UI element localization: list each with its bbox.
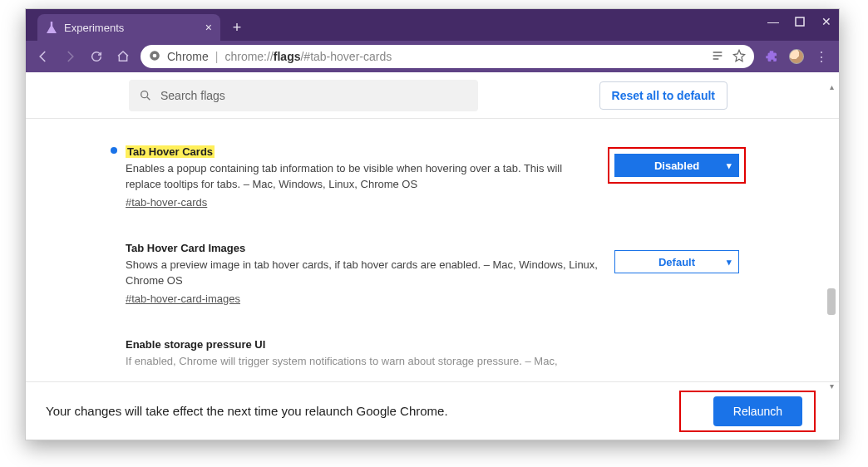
- flag-dropdown[interactable]: Default: [614, 240, 739, 307]
- maximize-icon[interactable]: [792, 14, 807, 29]
- relaunch-button[interactable]: Relaunch: [713, 396, 802, 426]
- svg-point-2: [153, 53, 157, 57]
- flag-title: Tab Hover Cards: [126, 145, 215, 158]
- flag-anchor[interactable]: #tab-hover-card-images: [126, 291, 240, 307]
- flag-storage-pressure: Enable storage pressure UI If enabled, C…: [126, 328, 739, 369]
- flag-anchor[interactable]: #tab-hover-cards: [126, 194, 207, 211]
- flag-tab-hover-cards: Tab Hover Cards Enables a popup containi…: [126, 135, 739, 232]
- flag-title: Tab Hover Card Images: [126, 242, 245, 254]
- relaunch-message: Your changes will take effect the next t…: [46, 404, 448, 418]
- flags-topbar: Search flags Reset all to default: [26, 72, 839, 119]
- extensions-icon[interactable]: [762, 47, 781, 66]
- flag-desc: Shows a preview image in tab hover cards…: [126, 258, 598, 288]
- scroll-up-icon[interactable]: ▴: [826, 81, 837, 92]
- flag-desc: If enabled, Chrome will trigger system n…: [126, 355, 558, 367]
- omnibox[interactable]: Chrome | chrome://flags/#tab-hover-cards: [141, 45, 754, 68]
- reset-all-button[interactable]: Reset all to default: [599, 81, 727, 110]
- reader-icon[interactable]: [711, 49, 724, 65]
- flag-dropdown-value[interactable]: Default: [614, 250, 739, 273]
- minimize-icon[interactable]: ―: [766, 14, 781, 29]
- search-icon: [139, 89, 152, 102]
- flag-dropdown-value[interactable]: Disabled: [614, 154, 739, 177]
- url-prefix: Chrome: [167, 50, 209, 63]
- search-placeholder: Search flags: [160, 89, 225, 102]
- new-tab-button[interactable]: +: [225, 16, 249, 39]
- svg-rect-0: [796, 17, 804, 26]
- back-button[interactable]: [34, 47, 52, 66]
- url-path: chrome://flags/#tab-hover-cards: [224, 50, 392, 63]
- chrome-info-icon: [149, 50, 160, 64]
- scrollbar[interactable]: ▴ ▾: [826, 106, 837, 381]
- scroll-thumb[interactable]: [827, 288, 836, 315]
- forward-button[interactable]: [61, 47, 79, 66]
- flag-desc: Enables a popup containing tab informati…: [126, 162, 562, 191]
- flask-icon: [46, 22, 57, 33]
- flag-tab-hover-card-images: Tab Hover Card Images Shows a preview im…: [126, 232, 739, 328]
- search-flags-input[interactable]: Search flags: [129, 80, 478, 111]
- avatar[interactable]: [789, 49, 804, 64]
- content: Search flags Reset all to default Tab Ho…: [26, 72, 839, 440]
- flags-list: Tab Hover Cards Enables a popup containi…: [26, 119, 839, 381]
- browser-window: Experiments × + ― ✕ Chrome: [25, 8, 840, 440]
- flag-title: Enable storage pressure UI: [126, 338, 265, 351]
- flag-dropdown[interactable]: Disabled: [614, 144, 739, 210]
- close-tab-icon[interactable]: ×: [205, 21, 212, 34]
- toolbar: Chrome | chrome://flags/#tab-hover-cards…: [26, 41, 839, 72]
- star-icon[interactable]: [732, 49, 746, 65]
- modified-dot-icon: [111, 147, 117, 154]
- close-icon[interactable]: ✕: [819, 14, 834, 29]
- home-button[interactable]: [114, 47, 132, 66]
- reload-button[interactable]: [87, 47, 106, 66]
- tab-title: Experiments: [64, 22, 124, 34]
- kebab-menu-icon[interactable]: ⋮: [812, 49, 831, 65]
- scroll-down-icon[interactable]: ▾: [826, 380, 837, 391]
- browser-tab-experiments[interactable]: Experiments ×: [37, 14, 220, 41]
- titlebar: Experiments × + ― ✕: [26, 9, 839, 41]
- relaunch-bar: Your changes will take effect the next t…: [26, 381, 839, 440]
- svg-point-3: [141, 91, 148, 97]
